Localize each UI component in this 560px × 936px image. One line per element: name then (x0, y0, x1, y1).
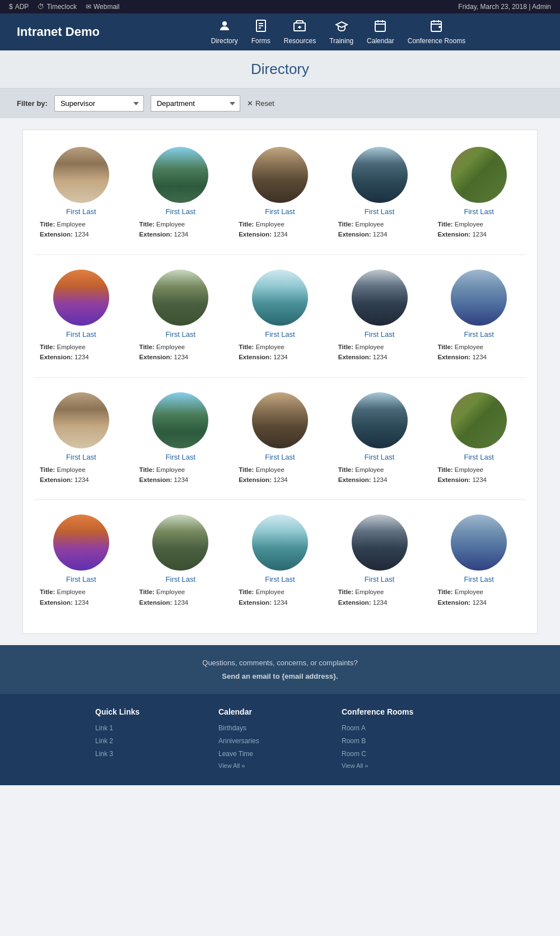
employee-title: Employee (57, 466, 85, 473)
title-label: Title: (139, 466, 155, 473)
adp-link[interactable]: $ ADP (9, 3, 29, 11)
resources-icon (293, 19, 306, 35)
title-label: Title: (139, 221, 155, 228)
employee-name[interactable]: First Last (265, 207, 295, 216)
employee-card: First Last Title: Employee Extension: 12… (432, 141, 526, 245)
employee-info: Title: Employee Extension: 1234 (239, 342, 288, 363)
employee-name[interactable]: First Last (66, 453, 96, 461)
avatar (53, 270, 109, 326)
footer-link-item[interactable]: Room A (342, 722, 465, 735)
footer-link-item[interactable]: View All » (218, 760, 342, 772)
extension-label: Extension: (139, 599, 172, 606)
employee-title: Employee (355, 344, 384, 350)
employee-extension: 1234 (373, 354, 388, 360)
employee-name[interactable]: First Last (365, 575, 394, 583)
employee-card: First Last Title: Employee Extension: 12… (333, 509, 427, 613)
employee-extension: 1234 (174, 476, 189, 483)
supervisor-select[interactable]: Supervisor (54, 95, 144, 112)
extension-label: Extension: (338, 231, 371, 238)
footer-link-item[interactable]: Link 2 (95, 735, 218, 748)
footer-link-item[interactable]: Room C (342, 748, 465, 761)
directory-container: First Last Title: Employee Extension: 12… (22, 129, 538, 634)
employee-extension: 1234 (74, 599, 89, 606)
timeclock-link[interactable]: ⏱ Timeclock (38, 3, 77, 11)
avatar (53, 392, 109, 448)
employee-name[interactable]: First Last (464, 207, 493, 216)
employee-name[interactable]: First Last (166, 575, 195, 583)
nav-conference-rooms[interactable]: Conference Rooms (408, 19, 465, 45)
employee-name[interactable]: First Last (464, 575, 493, 583)
employee-title: Employee (256, 344, 284, 350)
footer-calendar-title: Calendar (218, 707, 342, 716)
employee-title: Employee (455, 344, 483, 350)
nav-forms[interactable]: Forms (251, 19, 270, 45)
site-title: Intranet Demo (17, 25, 100, 39)
employee-name[interactable]: First Last (365, 330, 394, 339)
employee-extension: 1234 (74, 354, 89, 360)
title-label: Title: (437, 466, 452, 473)
footer-quick-links: Quick Links Link 1Link 2Link 3 (95, 707, 218, 772)
employee-name[interactable]: First Last (265, 453, 295, 461)
employee-name[interactable]: First Last (66, 207, 96, 216)
nav-resources[interactable]: Resources (284, 19, 316, 45)
employee-title: Employee (455, 466, 483, 473)
employee-info: Title: Employee Extension: 1234 (139, 342, 189, 363)
nav-training-label: Training (329, 37, 353, 45)
dollar-icon: $ (9, 3, 13, 11)
directory-row: First Last Title: Employee Extension: 12… (34, 387, 526, 501)
footer-link-item[interactable]: Leave Time (218, 748, 342, 761)
employee-name[interactable]: First Last (265, 330, 295, 339)
footer-link-item[interactable]: Link 3 (95, 748, 218, 761)
employee-name[interactable]: First Last (66, 330, 96, 339)
footer-calendar: Calendar BirthdaysAnniversariesLeave Tim… (218, 707, 342, 772)
top-bar: $ ADP ⏱ Timeclock ✉ Webmail Friday, Marc… (0, 0, 560, 13)
avatar (352, 515, 408, 571)
employee-extension: 1234 (74, 476, 89, 483)
employee-name[interactable]: First Last (265, 575, 295, 583)
nav-calendar[interactable]: Calendar (367, 19, 394, 45)
webmail-link[interactable]: ✉ Webmail (86, 3, 119, 11)
footer-email[interactable]: {email address} (282, 672, 336, 680)
employee-extension: 1234 (472, 231, 487, 238)
employee-extension: 1234 (373, 476, 388, 483)
title-label: Title: (239, 466, 254, 473)
page-title: Directory (10, 61, 550, 78)
conference-rooms-icon (430, 19, 443, 35)
nav-directory[interactable]: Directory (211, 19, 238, 45)
employee-name[interactable]: First Last (365, 453, 394, 461)
employee-card: First Last Title: Employee Extension: 12… (34, 387, 128, 491)
reset-button[interactable]: ✕ Reset (247, 99, 274, 108)
employee-extension: 1234 (373, 231, 388, 238)
employee-info: Title: Employee Extension: 1234 (437, 342, 487, 363)
employee-name[interactable]: First Last (464, 453, 493, 461)
employee-name[interactable]: First Last (365, 207, 394, 216)
employee-info: Title: Employee Extension: 1234 (437, 219, 487, 240)
employee-card: First Last Title: Employee Extension: 12… (432, 264, 526, 368)
avatar (451, 270, 507, 326)
adp-label: ADP (15, 3, 29, 11)
department-select[interactable]: Department (151, 95, 240, 112)
employee-title: Employee (355, 589, 384, 595)
employee-extension: 1234 (74, 231, 89, 238)
footer-link-item[interactable]: Birthdays (218, 722, 342, 735)
footer-link-item[interactable]: Link 1 (95, 722, 218, 735)
employee-title: Employee (355, 221, 384, 228)
employee-extension: 1234 (472, 354, 487, 360)
employee-info: Title: Employee Extension: 1234 (338, 587, 388, 608)
footer-link-item[interactable]: View All » (342, 760, 465, 772)
employee-name[interactable]: First Last (66, 575, 96, 583)
avatar (252, 270, 308, 326)
employee-card: First Last Title: Employee Extension: 12… (233, 387, 327, 491)
employee-title: Employee (256, 221, 284, 228)
footer-link-item[interactable]: Anniversaries (218, 735, 342, 748)
employee-name[interactable]: First Last (464, 330, 493, 339)
employee-name[interactable]: First Last (166, 453, 195, 461)
employee-title: Employee (156, 344, 185, 350)
nav-training[interactable]: Training (329, 19, 353, 45)
employee-name[interactable]: First Last (166, 207, 195, 216)
employee-extension: 1234 (174, 599, 189, 606)
reset-label: Reset (255, 99, 274, 108)
title-label: Title: (40, 344, 55, 350)
employee-name[interactable]: First Last (166, 330, 195, 339)
footer-link-item[interactable]: Room B (342, 735, 465, 748)
